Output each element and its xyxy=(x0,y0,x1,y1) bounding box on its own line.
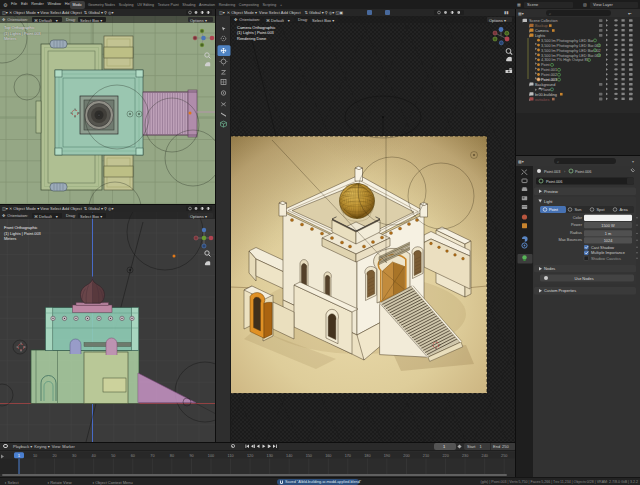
svg-text:4,300 lm 7% High Output 85: 4,300 lm 7% High Output 85 xyxy=(541,58,589,62)
svg-text:240: 240 xyxy=(482,453,488,457)
svg-text:30: 30 xyxy=(72,453,76,457)
svg-text:br00-building: br00-building xyxy=(535,93,557,97)
svg-text:190: 190 xyxy=(384,453,390,457)
svg-text:Scene Collection: Scene Collection xyxy=(529,19,558,23)
svg-text:Custom Properties: Custom Properties xyxy=(544,288,576,293)
svg-text:Multiple Importance: Multiple Importance xyxy=(591,250,625,255)
svg-text:Color: Color xyxy=(573,215,583,220)
svg-text:Spot: Spot xyxy=(597,207,606,212)
svg-text:Light: Light xyxy=(544,199,553,204)
svg-text:Area: Area xyxy=(620,207,629,212)
svg-text:100: 100 xyxy=(208,453,214,457)
svg-text:Power: Power xyxy=(571,222,583,227)
svg-text:3,500 lm Photography LED Bar.0: 3,500 lm Photography LED Bar.001 xyxy=(541,44,601,48)
svg-text:140: 140 xyxy=(286,453,292,457)
svg-text:Max Bounces: Max Bounces xyxy=(558,237,582,242)
svg-text:170: 170 xyxy=(345,453,351,457)
svg-text:40: 40 xyxy=(92,453,96,457)
svg-text:1 m: 1 m xyxy=(605,231,612,236)
svg-text:250: 250 xyxy=(501,453,507,457)
svg-text:outtakes: outtakes xyxy=(535,98,549,102)
svg-text:Lights: Lights xyxy=(535,34,545,38)
svg-text:Camera: Camera xyxy=(535,29,549,33)
svg-text:Point.003: Point.003 xyxy=(544,169,560,174)
svg-text:210: 210 xyxy=(423,453,429,457)
svg-text:Shadow Caustics: Shadow Caustics xyxy=(591,256,621,261)
svg-text:›: › xyxy=(564,169,566,174)
svg-text:180: 180 xyxy=(364,453,370,457)
svg-text:Plane: Plane xyxy=(541,88,551,92)
svg-text:Point.002: Point.002 xyxy=(541,73,557,77)
svg-text:60: 60 xyxy=(131,453,135,457)
svg-text:Point: Point xyxy=(541,63,551,67)
svg-text:160: 160 xyxy=(325,453,331,457)
svg-text:3,500 lm Photography LED Bar: 3,500 lm Photography LED Bar xyxy=(541,39,594,43)
svg-text:130: 130 xyxy=(267,453,273,457)
svg-text:Background: Background xyxy=(535,83,555,87)
svg-text:Radius: Radius xyxy=(570,230,582,235)
svg-text:200: 200 xyxy=(403,453,409,457)
svg-text:120: 120 xyxy=(247,453,253,457)
svg-text:3,500 lm Photography LED Bar.0: 3,500 lm Photography LED Bar.003 xyxy=(541,54,601,58)
svg-text:Sun: Sun xyxy=(575,207,582,212)
svg-text:Point: Point xyxy=(549,207,559,212)
svg-text:50: 50 xyxy=(111,453,115,457)
svg-text:220: 220 xyxy=(442,453,448,457)
svg-text:Use Nodes: Use Nodes xyxy=(574,276,593,281)
svg-text:10: 10 xyxy=(33,453,37,457)
svg-text:20: 20 xyxy=(52,453,56,457)
svg-text:70: 70 xyxy=(150,453,154,457)
svg-text:Point.003: Point.003 xyxy=(541,78,557,82)
svg-text:3,500 lm Photography LED Bar.0: 3,500 lm Photography LED Bar.002 xyxy=(541,49,601,53)
svg-text:150: 150 xyxy=(306,453,312,457)
svg-text:1500 W: 1500 W xyxy=(601,223,615,228)
svg-text:Nodes: Nodes xyxy=(544,266,555,271)
svg-text:1024: 1024 xyxy=(604,238,613,243)
svg-text:Preview: Preview xyxy=(544,189,558,194)
svg-text:230: 230 xyxy=(462,453,468,457)
svg-text:90: 90 xyxy=(189,453,193,457)
svg-text:Cast Shadow: Cast Shadow xyxy=(591,245,614,250)
svg-text:Point.001: Point.001 xyxy=(541,68,557,72)
svg-text:Backup: Backup xyxy=(535,24,548,28)
svg-text:80: 80 xyxy=(170,453,174,457)
svg-text:Point.006: Point.006 xyxy=(546,179,562,184)
svg-text:110: 110 xyxy=(228,453,234,457)
svg-text:Point.006: Point.006 xyxy=(575,169,591,174)
